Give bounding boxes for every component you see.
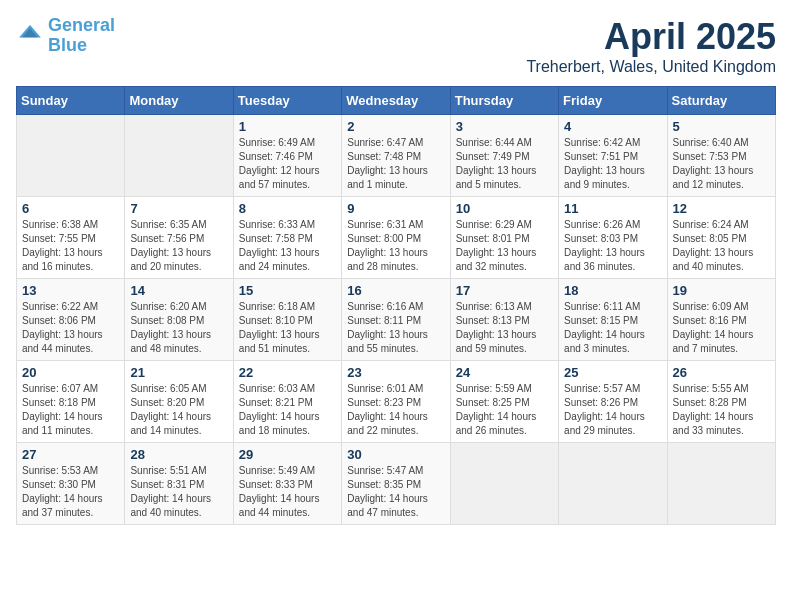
calendar-cell: 15Sunrise: 6:18 AM Sunset: 8:10 PM Dayli…	[233, 279, 341, 361]
calendar-body: 1Sunrise: 6:49 AM Sunset: 7:46 PM Daylig…	[17, 115, 776, 525]
calendar-cell: 30Sunrise: 5:47 AM Sunset: 8:35 PM Dayli…	[342, 443, 450, 525]
logo: General Blue	[16, 16, 115, 56]
day-info: Sunrise: 6:24 AM Sunset: 8:05 PM Dayligh…	[673, 218, 770, 274]
calendar-cell: 14Sunrise: 6:20 AM Sunset: 8:08 PM Dayli…	[125, 279, 233, 361]
day-number: 7	[130, 201, 227, 216]
day-number: 8	[239, 201, 336, 216]
day-number: 1	[239, 119, 336, 134]
calendar-title: April 2025	[526, 16, 776, 58]
day-info: Sunrise: 6:49 AM Sunset: 7:46 PM Dayligh…	[239, 136, 336, 192]
calendar-cell: 22Sunrise: 6:03 AM Sunset: 8:21 PM Dayli…	[233, 361, 341, 443]
day-info: Sunrise: 6:38 AM Sunset: 7:55 PM Dayligh…	[22, 218, 119, 274]
day-number: 20	[22, 365, 119, 380]
day-number: 16	[347, 283, 444, 298]
calendar-header: SundayMondayTuesdayWednesdayThursdayFrid…	[17, 87, 776, 115]
day-number: 18	[564, 283, 661, 298]
day-number: 2	[347, 119, 444, 134]
day-info: Sunrise: 6:47 AM Sunset: 7:48 PM Dayligh…	[347, 136, 444, 192]
calendar-cell: 27Sunrise: 5:53 AM Sunset: 8:30 PM Dayli…	[17, 443, 125, 525]
day-info: Sunrise: 5:51 AM Sunset: 8:31 PM Dayligh…	[130, 464, 227, 520]
calendar-cell: 6Sunrise: 6:38 AM Sunset: 7:55 PM Daylig…	[17, 197, 125, 279]
day-number: 26	[673, 365, 770, 380]
weekday-header-friday: Friday	[559, 87, 667, 115]
weekday-header-thursday: Thursday	[450, 87, 558, 115]
day-info: Sunrise: 6:13 AM Sunset: 8:13 PM Dayligh…	[456, 300, 553, 356]
weekday-header-tuesday: Tuesday	[233, 87, 341, 115]
calendar-cell: 18Sunrise: 6:11 AM Sunset: 8:15 PM Dayli…	[559, 279, 667, 361]
day-info: Sunrise: 6:09 AM Sunset: 8:16 PM Dayligh…	[673, 300, 770, 356]
calendar-cell: 25Sunrise: 5:57 AM Sunset: 8:26 PM Dayli…	[559, 361, 667, 443]
day-info: Sunrise: 6:18 AM Sunset: 8:10 PM Dayligh…	[239, 300, 336, 356]
day-info: Sunrise: 6:22 AM Sunset: 8:06 PM Dayligh…	[22, 300, 119, 356]
calendar-week-2: 13Sunrise: 6:22 AM Sunset: 8:06 PM Dayli…	[17, 279, 776, 361]
logo-general: General	[48, 15, 115, 35]
day-info: Sunrise: 6:29 AM Sunset: 8:01 PM Dayligh…	[456, 218, 553, 274]
day-info: Sunrise: 5:49 AM Sunset: 8:33 PM Dayligh…	[239, 464, 336, 520]
day-number: 17	[456, 283, 553, 298]
calendar-cell: 8Sunrise: 6:33 AM Sunset: 7:58 PM Daylig…	[233, 197, 341, 279]
day-info: Sunrise: 6:44 AM Sunset: 7:49 PM Dayligh…	[456, 136, 553, 192]
calendar-cell	[17, 115, 125, 197]
weekday-header-monday: Monday	[125, 87, 233, 115]
calendar-cell: 26Sunrise: 5:55 AM Sunset: 8:28 PM Dayli…	[667, 361, 775, 443]
day-number: 13	[22, 283, 119, 298]
calendar-cell: 1Sunrise: 6:49 AM Sunset: 7:46 PM Daylig…	[233, 115, 341, 197]
calendar-week-1: 6Sunrise: 6:38 AM Sunset: 7:55 PM Daylig…	[17, 197, 776, 279]
title-block: April 2025 Treherbert, Wales, United Kin…	[526, 16, 776, 76]
day-number: 12	[673, 201, 770, 216]
calendar-cell: 21Sunrise: 6:05 AM Sunset: 8:20 PM Dayli…	[125, 361, 233, 443]
day-number: 25	[564, 365, 661, 380]
day-info: Sunrise: 6:35 AM Sunset: 7:56 PM Dayligh…	[130, 218, 227, 274]
day-number: 30	[347, 447, 444, 462]
day-number: 24	[456, 365, 553, 380]
day-number: 11	[564, 201, 661, 216]
calendar-cell: 5Sunrise: 6:40 AM Sunset: 7:53 PM Daylig…	[667, 115, 775, 197]
day-number: 28	[130, 447, 227, 462]
calendar-cell	[667, 443, 775, 525]
calendar-cell: 9Sunrise: 6:31 AM Sunset: 8:00 PM Daylig…	[342, 197, 450, 279]
day-number: 22	[239, 365, 336, 380]
day-info: Sunrise: 6:07 AM Sunset: 8:18 PM Dayligh…	[22, 382, 119, 438]
logo-text: General Blue	[48, 16, 115, 56]
day-info: Sunrise: 6:03 AM Sunset: 8:21 PM Dayligh…	[239, 382, 336, 438]
calendar-cell: 16Sunrise: 6:16 AM Sunset: 8:11 PM Dayli…	[342, 279, 450, 361]
day-number: 15	[239, 283, 336, 298]
day-number: 3	[456, 119, 553, 134]
day-info: Sunrise: 5:53 AM Sunset: 8:30 PM Dayligh…	[22, 464, 119, 520]
day-info: Sunrise: 5:47 AM Sunset: 8:35 PM Dayligh…	[347, 464, 444, 520]
day-number: 5	[673, 119, 770, 134]
day-number: 19	[673, 283, 770, 298]
day-info: Sunrise: 6:20 AM Sunset: 8:08 PM Dayligh…	[130, 300, 227, 356]
page-header: General Blue April 2025 Treherbert, Wale…	[16, 16, 776, 76]
calendar-cell: 11Sunrise: 6:26 AM Sunset: 8:03 PM Dayli…	[559, 197, 667, 279]
logo-blue: Blue	[48, 35, 87, 55]
calendar-subtitle: Treherbert, Wales, United Kingdom	[526, 58, 776, 76]
calendar-cell: 23Sunrise: 6:01 AM Sunset: 8:23 PM Dayli…	[342, 361, 450, 443]
day-info: Sunrise: 6:05 AM Sunset: 8:20 PM Dayligh…	[130, 382, 227, 438]
day-number: 6	[22, 201, 119, 216]
day-number: 9	[347, 201, 444, 216]
calendar-cell: 28Sunrise: 5:51 AM Sunset: 8:31 PM Dayli…	[125, 443, 233, 525]
logo-icon	[16, 22, 44, 50]
calendar-cell: 12Sunrise: 6:24 AM Sunset: 8:05 PM Dayli…	[667, 197, 775, 279]
calendar-week-4: 27Sunrise: 5:53 AM Sunset: 8:30 PM Dayli…	[17, 443, 776, 525]
weekday-header-saturday: Saturday	[667, 87, 775, 115]
day-info: Sunrise: 5:57 AM Sunset: 8:26 PM Dayligh…	[564, 382, 661, 438]
day-number: 29	[239, 447, 336, 462]
calendar-cell: 2Sunrise: 6:47 AM Sunset: 7:48 PM Daylig…	[342, 115, 450, 197]
calendar-cell: 19Sunrise: 6:09 AM Sunset: 8:16 PM Dayli…	[667, 279, 775, 361]
weekday-header-wednesday: Wednesday	[342, 87, 450, 115]
day-info: Sunrise: 6:40 AM Sunset: 7:53 PM Dayligh…	[673, 136, 770, 192]
calendar-cell	[125, 115, 233, 197]
calendar-cell: 13Sunrise: 6:22 AM Sunset: 8:06 PM Dayli…	[17, 279, 125, 361]
day-number: 4	[564, 119, 661, 134]
day-number: 21	[130, 365, 227, 380]
calendar-cell: 20Sunrise: 6:07 AM Sunset: 8:18 PM Dayli…	[17, 361, 125, 443]
day-number: 23	[347, 365, 444, 380]
day-info: Sunrise: 6:16 AM Sunset: 8:11 PM Dayligh…	[347, 300, 444, 356]
day-number: 14	[130, 283, 227, 298]
day-info: Sunrise: 6:31 AM Sunset: 8:00 PM Dayligh…	[347, 218, 444, 274]
day-info: Sunrise: 5:59 AM Sunset: 8:25 PM Dayligh…	[456, 382, 553, 438]
day-info: Sunrise: 6:33 AM Sunset: 7:58 PM Dayligh…	[239, 218, 336, 274]
calendar-cell: 10Sunrise: 6:29 AM Sunset: 8:01 PM Dayli…	[450, 197, 558, 279]
